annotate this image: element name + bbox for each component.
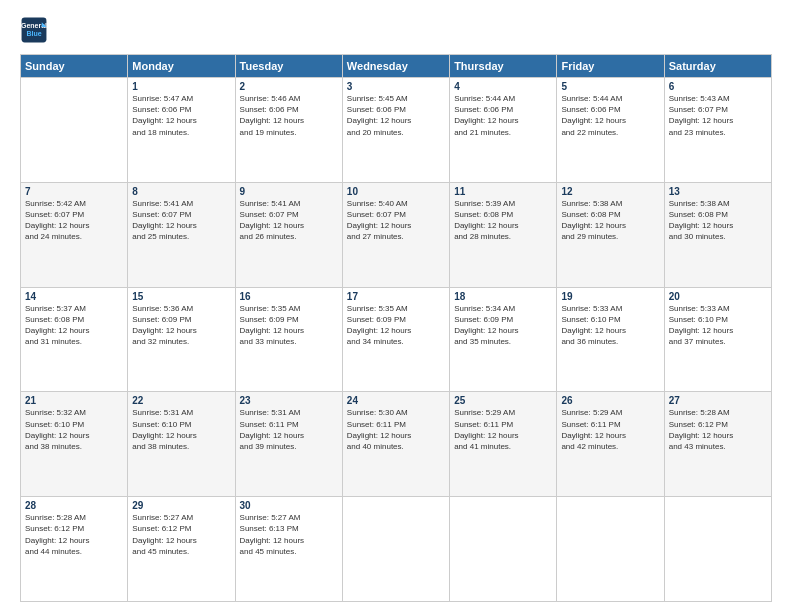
day-info: Sunrise: 5:34 AM Sunset: 6:09 PM Dayligh… <box>454 303 552 348</box>
calendar-cell <box>342 497 449 602</box>
header-wednesday: Wednesday <box>342 55 449 78</box>
calendar-cell: 11Sunrise: 5:39 AM Sunset: 6:08 PM Dayli… <box>450 182 557 287</box>
day-number: 10 <box>347 186 445 197</box>
day-info: Sunrise: 5:36 AM Sunset: 6:09 PM Dayligh… <box>132 303 230 348</box>
calendar-cell: 20Sunrise: 5:33 AM Sunset: 6:10 PM Dayli… <box>664 287 771 392</box>
day-info: Sunrise: 5:37 AM Sunset: 6:08 PM Dayligh… <box>25 303 123 348</box>
day-number: 5 <box>561 81 659 92</box>
header-monday: Monday <box>128 55 235 78</box>
calendar-cell <box>21 78 128 183</box>
day-info: Sunrise: 5:38 AM Sunset: 6:08 PM Dayligh… <box>669 198 767 243</box>
day-info: Sunrise: 5:38 AM Sunset: 6:08 PM Dayligh… <box>561 198 659 243</box>
day-number: 17 <box>347 291 445 302</box>
calendar-cell: 13Sunrise: 5:38 AM Sunset: 6:08 PM Dayli… <box>664 182 771 287</box>
calendar-page: General Blue SundayMondayTuesdayWednesda… <box>0 0 792 612</box>
calendar-cell <box>450 497 557 602</box>
day-number: 23 <box>240 395 338 406</box>
day-number: 28 <box>25 500 123 511</box>
calendar-cell: 26Sunrise: 5:29 AM Sunset: 6:11 PM Dayli… <box>557 392 664 497</box>
calendar-cell: 5Sunrise: 5:44 AM Sunset: 6:06 PM Daylig… <box>557 78 664 183</box>
calendar-cell: 30Sunrise: 5:27 AM Sunset: 6:13 PM Dayli… <box>235 497 342 602</box>
calendar-cell: 14Sunrise: 5:37 AM Sunset: 6:08 PM Dayli… <box>21 287 128 392</box>
day-number: 20 <box>669 291 767 302</box>
day-number: 4 <box>454 81 552 92</box>
calendar-cell: 8Sunrise: 5:41 AM Sunset: 6:07 PM Daylig… <box>128 182 235 287</box>
svg-text:Blue: Blue <box>26 30 41 37</box>
day-number: 14 <box>25 291 123 302</box>
day-number: 24 <box>347 395 445 406</box>
day-info: Sunrise: 5:28 AM Sunset: 6:12 PM Dayligh… <box>25 512 123 557</box>
logo-icon: General Blue <box>20 16 48 44</box>
day-info: Sunrise: 5:29 AM Sunset: 6:11 PM Dayligh… <box>454 407 552 452</box>
day-number: 8 <box>132 186 230 197</box>
day-info: Sunrise: 5:40 AM Sunset: 6:07 PM Dayligh… <box>347 198 445 243</box>
week-row-4: 21Sunrise: 5:32 AM Sunset: 6:10 PM Dayli… <box>21 392 772 497</box>
day-info: Sunrise: 5:29 AM Sunset: 6:11 PM Dayligh… <box>561 407 659 452</box>
day-info: Sunrise: 5:30 AM Sunset: 6:11 PM Dayligh… <box>347 407 445 452</box>
day-info: Sunrise: 5:27 AM Sunset: 6:12 PM Dayligh… <box>132 512 230 557</box>
calendar-cell <box>664 497 771 602</box>
day-number: 13 <box>669 186 767 197</box>
calendar-table: SundayMondayTuesdayWednesdayThursdayFrid… <box>20 54 772 602</box>
calendar-cell: 25Sunrise: 5:29 AM Sunset: 6:11 PM Dayli… <box>450 392 557 497</box>
calendar-cell: 7Sunrise: 5:42 AM Sunset: 6:07 PM Daylig… <box>21 182 128 287</box>
day-info: Sunrise: 5:35 AM Sunset: 6:09 PM Dayligh… <box>240 303 338 348</box>
header-sunday: Sunday <box>21 55 128 78</box>
calendar-cell: 4Sunrise: 5:44 AM Sunset: 6:06 PM Daylig… <box>450 78 557 183</box>
day-info: Sunrise: 5:33 AM Sunset: 6:10 PM Dayligh… <box>669 303 767 348</box>
day-number: 22 <box>132 395 230 406</box>
calendar-cell: 15Sunrise: 5:36 AM Sunset: 6:09 PM Dayli… <box>128 287 235 392</box>
day-number: 21 <box>25 395 123 406</box>
header-saturday: Saturday <box>664 55 771 78</box>
day-info: Sunrise: 5:32 AM Sunset: 6:10 PM Dayligh… <box>25 407 123 452</box>
day-info: Sunrise: 5:28 AM Sunset: 6:12 PM Dayligh… <box>669 407 767 452</box>
week-row-5: 28Sunrise: 5:28 AM Sunset: 6:12 PM Dayli… <box>21 497 772 602</box>
day-info: Sunrise: 5:27 AM Sunset: 6:13 PM Dayligh… <box>240 512 338 557</box>
week-row-2: 7Sunrise: 5:42 AM Sunset: 6:07 PM Daylig… <box>21 182 772 287</box>
logo: General Blue <box>20 16 52 44</box>
calendar-cell: 23Sunrise: 5:31 AM Sunset: 6:11 PM Dayli… <box>235 392 342 497</box>
day-info: Sunrise: 5:41 AM Sunset: 6:07 PM Dayligh… <box>240 198 338 243</box>
calendar-cell: 19Sunrise: 5:33 AM Sunset: 6:10 PM Dayli… <box>557 287 664 392</box>
day-info: Sunrise: 5:35 AM Sunset: 6:09 PM Dayligh… <box>347 303 445 348</box>
header: General Blue <box>20 16 772 44</box>
header-tuesday: Tuesday <box>235 55 342 78</box>
day-number: 26 <box>561 395 659 406</box>
day-number: 15 <box>132 291 230 302</box>
day-info: Sunrise: 5:31 AM Sunset: 6:11 PM Dayligh… <box>240 407 338 452</box>
calendar-cell <box>557 497 664 602</box>
header-thursday: Thursday <box>450 55 557 78</box>
calendar-cell: 24Sunrise: 5:30 AM Sunset: 6:11 PM Dayli… <box>342 392 449 497</box>
day-number: 18 <box>454 291 552 302</box>
day-number: 12 <box>561 186 659 197</box>
day-info: Sunrise: 5:39 AM Sunset: 6:08 PM Dayligh… <box>454 198 552 243</box>
header-row: SundayMondayTuesdayWednesdayThursdayFrid… <box>21 55 772 78</box>
day-info: Sunrise: 5:45 AM Sunset: 6:06 PM Dayligh… <box>347 93 445 138</box>
day-info: Sunrise: 5:44 AM Sunset: 6:06 PM Dayligh… <box>454 93 552 138</box>
calendar-cell: 16Sunrise: 5:35 AM Sunset: 6:09 PM Dayli… <box>235 287 342 392</box>
day-info: Sunrise: 5:33 AM Sunset: 6:10 PM Dayligh… <box>561 303 659 348</box>
day-number: 2 <box>240 81 338 92</box>
header-friday: Friday <box>557 55 664 78</box>
day-number: 27 <box>669 395 767 406</box>
calendar-cell: 29Sunrise: 5:27 AM Sunset: 6:12 PM Dayli… <box>128 497 235 602</box>
day-number: 6 <box>669 81 767 92</box>
day-info: Sunrise: 5:46 AM Sunset: 6:06 PM Dayligh… <box>240 93 338 138</box>
day-number: 11 <box>454 186 552 197</box>
calendar-cell: 28Sunrise: 5:28 AM Sunset: 6:12 PM Dayli… <box>21 497 128 602</box>
day-info: Sunrise: 5:31 AM Sunset: 6:10 PM Dayligh… <box>132 407 230 452</box>
day-info: Sunrise: 5:43 AM Sunset: 6:07 PM Dayligh… <box>669 93 767 138</box>
day-number: 25 <box>454 395 552 406</box>
calendar-cell: 27Sunrise: 5:28 AM Sunset: 6:12 PM Dayli… <box>664 392 771 497</box>
calendar-cell: 9Sunrise: 5:41 AM Sunset: 6:07 PM Daylig… <box>235 182 342 287</box>
week-row-1: 1Sunrise: 5:47 AM Sunset: 6:06 PM Daylig… <box>21 78 772 183</box>
day-info: Sunrise: 5:47 AM Sunset: 6:06 PM Dayligh… <box>132 93 230 138</box>
calendar-cell: 21Sunrise: 5:32 AM Sunset: 6:10 PM Dayli… <box>21 392 128 497</box>
day-number: 19 <box>561 291 659 302</box>
day-info: Sunrise: 5:42 AM Sunset: 6:07 PM Dayligh… <box>25 198 123 243</box>
week-row-3: 14Sunrise: 5:37 AM Sunset: 6:08 PM Dayli… <box>21 287 772 392</box>
calendar-cell: 6Sunrise: 5:43 AM Sunset: 6:07 PM Daylig… <box>664 78 771 183</box>
calendar-cell: 22Sunrise: 5:31 AM Sunset: 6:10 PM Dayli… <box>128 392 235 497</box>
calendar-cell: 12Sunrise: 5:38 AM Sunset: 6:08 PM Dayli… <box>557 182 664 287</box>
day-info: Sunrise: 5:44 AM Sunset: 6:06 PM Dayligh… <box>561 93 659 138</box>
